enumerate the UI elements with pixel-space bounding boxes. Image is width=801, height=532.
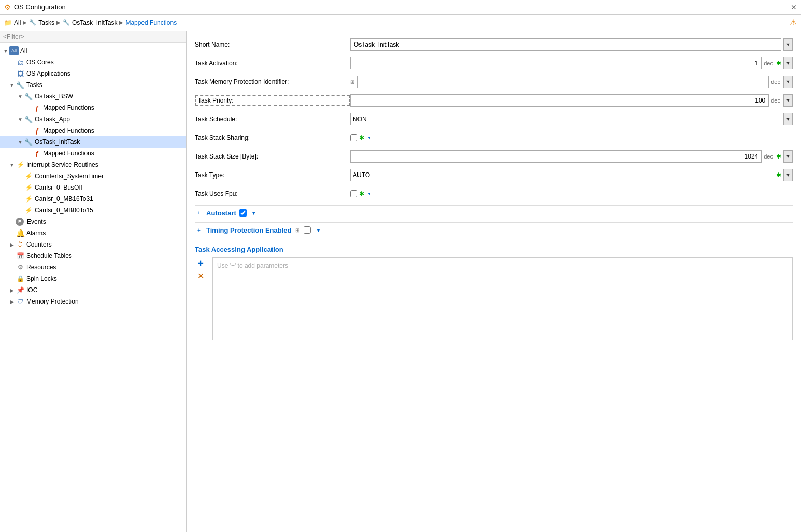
- breadcrumb-home-icon: 📁: [4, 19, 12, 26]
- toggle-os-apps: [8, 70, 16, 77]
- dropdown-task-priority[interactable]: ▼: [783, 94, 793, 107]
- tasks-icon: 🔧: [16, 80, 25, 90]
- dropdown-task-activation[interactable]: ▼: [783, 57, 793, 69]
- toggle-mapped-app: [25, 127, 32, 134]
- tree-item-os-cores[interactable]: 🗂 OS Cores: [0, 56, 186, 68]
- autostart-section[interactable]: + Autostart ▼: [195, 205, 793, 220]
- remove-parameter-btn[interactable]: ✕: [195, 270, 206, 281]
- breadcrumb-ostask-inittask[interactable]: OsTask_InitTask: [72, 19, 117, 26]
- timing-grid-icon: ⊞: [295, 227, 299, 233]
- tree-label-all: All: [20, 47, 27, 54]
- form-row-task-type: Task Type: AUTO BASIC EXTENDED ✱ ▼: [195, 168, 793, 182]
- timing-expand-btn[interactable]: +: [195, 226, 203, 234]
- tree-item-memory-protection[interactable]: ▶ 🛡 Memory Protection: [0, 296, 186, 307]
- toggle-tasks[interactable]: ▼: [8, 81, 16, 89]
- tree-item-ostask-inittask[interactable]: ▼ 🔧 OsTask_InitTask: [0, 136, 186, 148]
- input-task-priority[interactable]: [350, 94, 769, 107]
- select-task-type[interactable]: AUTO BASIC EXTENDED: [350, 169, 774, 181]
- tree-label-tasks: Tasks: [26, 81, 42, 89]
- toggle-counter-isr: [17, 172, 24, 180]
- add-parameter-btn[interactable]: +: [195, 257, 206, 269]
- input-task-activation[interactable]: [350, 57, 762, 69]
- tree-item-resources[interactable]: ⚙ Resources: [0, 262, 186, 273]
- timing-dropdown-btn[interactable]: ▼: [314, 226, 322, 234]
- tree-label-counter-isr: CounterIsr_SystemTimer: [35, 172, 104, 180]
- form-row-task-activation: Task Activation: dec ✱ ▼: [195, 56, 793, 70]
- dropdown-task-fpu[interactable]: ▼: [366, 190, 373, 197]
- tree-item-isr[interactable]: ▼ ⚡ Interrupt Service Routines: [0, 159, 186, 170]
- ostask-bsw-icon: 🔧: [24, 92, 33, 101]
- breadcrumb-all[interactable]: All: [14, 19, 21, 26]
- toggle-ostask-bsw[interactable]: ▼: [17, 93, 24, 100]
- timing-protection-section[interactable]: + Timing Protection Enabled ⊞ ▼: [195, 222, 793, 237]
- tree-item-ostask-app[interactable]: ▼ 🔧 OsTask_App: [0, 113, 186, 125]
- tree-item-canisr-mb16[interactable]: ⚡ CanIsr_0_MB16To31: [0, 193, 186, 205]
- input-task-stack-size[interactable]: [350, 150, 762, 163]
- tree-label-mapped-inittask: Mapped Functions: [43, 150, 94, 157]
- checkbox-task-stack-sharing[interactable]: [350, 134, 357, 141]
- tree-item-tasks[interactable]: ▼ 🔧 Tasks: [0, 79, 186, 91]
- input-short-name[interactable]: [350, 38, 781, 51]
- autostart-dropdown-btn[interactable]: ▼: [250, 209, 258, 217]
- toggle-counters[interactable]: ▶: [8, 241, 16, 248]
- tree-item-os-applications[interactable]: 🖼 OS Applications: [0, 68, 186, 79]
- dropdown-task-stack-size[interactable]: ▼: [783, 150, 793, 163]
- canisr-mb16-icon: ⚡: [24, 194, 33, 204]
- timing-protection-checkbox[interactable]: [304, 226, 311, 234]
- tree-item-all[interactable]: ▼ All All: [0, 45, 186, 56]
- tree-item-mapped-bsw[interactable]: ƒ Mapped Functions: [0, 102, 186, 113]
- toggle-alarms: [8, 229, 16, 237]
- memory-protection-icon: 🛡: [16, 297, 25, 306]
- tree-item-counter-isr[interactable]: ⚡ CounterIsr_SystemTimer: [0, 170, 186, 182]
- breadcrumb-tasks[interactable]: Tasks: [38, 19, 54, 26]
- dropdown-task-schedule[interactable]: ▼: [783, 113, 793, 125]
- dec-label-stack-size: dec: [764, 153, 773, 160]
- value-task-stack-sharing: ✱ ▼: [350, 134, 793, 141]
- toggle-isr[interactable]: ▼: [8, 161, 16, 168]
- toggle-all[interactable]: ▼: [2, 47, 9, 54]
- dropdown-stack-sharing[interactable]: ▼: [366, 134, 373, 141]
- toggle-ioc[interactable]: ▶: [8, 286, 16, 294]
- breadcrumb-mapped-functions[interactable]: Mapped Functions: [125, 19, 177, 26]
- toggle-os-cores: [8, 59, 16, 66]
- dropdown-short-name[interactable]: ▼: [783, 38, 793, 51]
- tree-label-canisr-busoff: CanIsr_0_BusOff: [35, 184, 82, 191]
- tree-container: ▼ All All 🗂 OS Cores 🖼 OS Applications ▼…: [0, 43, 186, 532]
- dropdown-task-type[interactable]: ▼: [783, 169, 793, 181]
- select-task-schedule[interactable]: NON FULL MIXED: [350, 113, 781, 125]
- tree-item-mapped-inittask[interactable]: ƒ Mapped Functions: [0, 148, 186, 159]
- params-box: Use '+' to add parameters: [212, 257, 793, 340]
- tree-label-os-applications: OS Applications: [26, 70, 70, 77]
- dropdown-memory-id[interactable]: ▼: [783, 76, 793, 88]
- checkbox-task-uses-fpu[interactable]: [350, 190, 357, 197]
- autostart-checkbox[interactable]: [239, 209, 247, 217]
- form-row-task-uses-fpu: Task Uses Fpu: ✱ ▼: [195, 186, 793, 201]
- toggle-memory-protection[interactable]: ▶: [8, 298, 16, 305]
- alarms-icon: 🔔: [16, 228, 25, 238]
- title-bar-close-button[interactable]: ✕: [791, 3, 797, 11]
- filter-bar[interactable]: <Filter>: [0, 31, 186, 43]
- mapped-inittask-icon: ƒ: [32, 149, 41, 158]
- tree-item-mapped-app[interactable]: ƒ Mapped Functions: [0, 125, 186, 136]
- input-memory-id[interactable]: [357, 76, 769, 88]
- tree-item-spin-locks[interactable]: 🔒 Spin Locks: [0, 273, 186, 284]
- toggle-ostask-app[interactable]: ▼: [17, 116, 24, 123]
- tree-item-canisr-busoff[interactable]: ⚡ CanIsr_0_BusOff: [0, 182, 186, 193]
- tree-item-ostask-bsw[interactable]: ▼ 🔧 OsTask_BSW: [0, 91, 186, 102]
- tree-item-counters[interactable]: ▶ ⏱ Counters: [0, 239, 186, 250]
- tree-item-alarms[interactable]: 🔔 Alarms: [0, 227, 186, 239]
- toggle-ostask-inittask[interactable]: ▼: [17, 138, 24, 146]
- left-panel: <Filter> ▼ All All 🗂 OS Cores 🖼 OS Appli…: [0, 31, 187, 532]
- add-remove-container: + ✕: [195, 257, 206, 281]
- tree-label-os-cores: OS Cores: [26, 59, 54, 66]
- params-placeholder-text: Use '+' to add parameters: [217, 262, 288, 269]
- tree-item-events[interactable]: E Events: [0, 216, 186, 227]
- tree-label-alarms: Alarms: [26, 229, 46, 237]
- tree-item-canisr-mb00[interactable]: ⚡ CanIsr_0_MB00To15: [0, 205, 186, 216]
- label-short-name: Short Name:: [195, 41, 350, 48]
- label-task-stack-size: Task Stack Size [Byte]:: [195, 153, 350, 160]
- autostart-expand-btn[interactable]: +: [195, 209, 203, 217]
- tree-item-ioc[interactable]: ▶ 📌 IOC: [0, 284, 186, 296]
- tree-label-ioc: IOC: [26, 286, 37, 294]
- tree-item-schedule-tables[interactable]: 📅 Schedule Tables: [0, 250, 186, 262]
